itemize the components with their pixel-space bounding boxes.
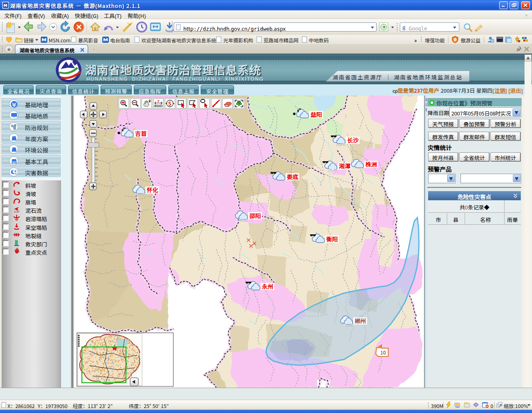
svg-text:衡阳: 衡阳 [326,235,338,243]
svg-text:株洲: 株洲 [365,160,377,168]
svg-text:S: S [168,100,171,107]
svg-text:长沙: 长沙 [347,136,359,144]
svg-text:郴州市: 郴州市 [343,323,353,327]
svg-text:10: 10 [380,349,386,356]
svg-text:长沙市: 长沙市 [336,142,346,147]
svg-text:湘潭市: 湘潭市 [328,168,337,172]
svg-text:永州: 永州 [261,282,273,290]
svg-text:郴州: 郴州 [355,317,366,325]
svg-text:益阳: 益阳 [310,110,322,118]
svg-text:怀化: 怀化 [147,186,158,194]
svg-text:吉首: 吉首 [135,129,147,138]
svg-text:邵阳市: 邵阳市 [238,218,248,222]
svg-text:湘潭: 湘潭 [339,162,351,170]
svg-text:?: ? [157,98,160,104]
svg-text:怀化市: 怀化市 [135,192,145,197]
svg-text:邵阳: 邵阳 [249,211,261,220]
svg-text:娄底: 娄底 [287,172,298,181]
